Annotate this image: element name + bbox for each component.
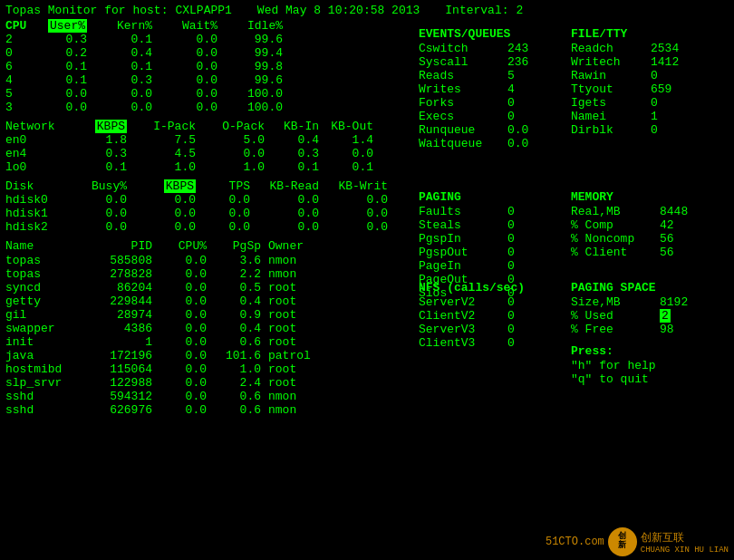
proc-pgsp: 1.0 — [214, 362, 268, 376]
proc-pid: 278828 — [87, 267, 159, 281]
net-col-kbin: KB-In — [270, 120, 324, 133]
disk-kbread: 0.0 — [256, 220, 324, 234]
proc-pgsp: 2.2 — [214, 267, 268, 281]
proc-cpu: 0.0 — [159, 308, 214, 322]
proc-cpu: 0.0 — [159, 390, 214, 403]
paging-space-item-value: 98 — [660, 323, 674, 336]
file-row: Writech 1412 — [571, 55, 734, 69]
nfs-item-value: 0 — [507, 323, 515, 336]
paging-space-item-name: Size,MB — [571, 295, 652, 309]
cpu-col-idle: Idle% — [223, 19, 288, 33]
paging-row: Faults 0 — [419, 205, 564, 218]
disk-tps: 0.0 — [201, 193, 256, 207]
header-datetime: Wed May 8 10:20:58 2013 — [257, 4, 420, 17]
proc-owner: root — [268, 322, 323, 335]
events-item-name: Forks — [419, 96, 500, 110]
memory-item-name: % Client — [571, 246, 652, 259]
process-row: sshd 594312 0.0 0.6 nmon — [5, 390, 729, 403]
file-item-value: 2534 — [651, 42, 679, 55]
disk-col-kbps: KBPS — [132, 179, 201, 193]
events-item-value: 236 — [507, 55, 528, 69]
proc-name: sshd — [5, 403, 87, 417]
press-row: "q" to quit — [571, 372, 734, 386]
paging-row: Steals 0 — [419, 218, 564, 232]
cpu-id: 6 — [5, 60, 27, 73]
file-item-name: Writech — [571, 55, 643, 69]
paging-space-row: Size,MB 8192 — [571, 295, 734, 309]
file-row: Readch 2534 — [571, 42, 734, 55]
proc-name: slp_srvr — [5, 376, 87, 390]
disk-name: hdisk1 — [5, 207, 78, 220]
file-row: Dirblk 0 — [571, 123, 734, 137]
proc-owner: root — [268, 281, 323, 294]
proc-pid: 229844 — [87, 294, 159, 308]
paging-space-item-name: % Used — [571, 309, 652, 323]
proc-cpu: 0.0 — [159, 322, 214, 335]
cpu-kern-val: 0.4 — [92, 46, 158, 60]
cpu-user-val: 0.1 — [27, 73, 92, 87]
proc-cpu: 0.0 — [159, 254, 214, 267]
header-hostname: CXLPAPP1 — [175, 4, 231, 17]
disk-tps: 0.0 — [201, 220, 256, 234]
disk-name: hdisk2 — [5, 220, 78, 234]
watermark-site: 51CTO.com — [546, 536, 604, 548]
cpu-idle-val: 99.6 — [223, 33, 288, 46]
nfs-item-value: 0 — [507, 295, 515, 309]
net-kbps: 0.1 — [78, 160, 132, 174]
proc-name: getty — [5, 294, 87, 308]
net-col-kbps: KBPS — [78, 120, 132, 133]
nfs-row: ServerV2 0 — [419, 295, 564, 309]
cpu-idle-val: 99.6 — [223, 73, 288, 87]
disk-busy: 0.0 — [78, 220, 132, 234]
events-queues-panel: EVENTS/QUEUES Cswitch 243 Syscall 236 Re… — [419, 27, 564, 150]
press-panel: Press: "h" for help"q" to quit — [571, 344, 734, 386]
proc-name: topas — [5, 267, 87, 281]
proc-pid: 115064 — [87, 362, 159, 376]
watermark: 51CTO.com 创新 创新互联 CHUANG XIN HU LIAN — [546, 527, 729, 556]
memory-row: % Comp 42 — [571, 218, 734, 232]
net-col-ipack: I-Pack — [132, 120, 201, 133]
proc-cpu: 0.0 — [159, 362, 214, 376]
file-title: FILE/TTY — [571, 27, 734, 41]
memory-row: Real,MB 8448 — [571, 205, 734, 218]
disk-busy: 0.0 — [78, 193, 132, 207]
file-item-name: Igets — [571, 96, 643, 110]
nfs-row: ClientV2 0 — [419, 309, 564, 323]
events-item-value: 5 — [507, 69, 515, 82]
events-row: Writes 4 — [419, 82, 564, 96]
cpu-user-val: 0.3 — [27, 33, 92, 46]
cpu-user-val: 0.0 — [27, 87, 92, 101]
paging-space-panel: PAGING SPACE Size,MB 8192 % Used 2 % Fre… — [571, 281, 734, 336]
paging-item-name: Faults — [419, 205, 500, 218]
net-ipack: 4.5 — [132, 147, 201, 160]
paging-item-name: PageIn — [419, 259, 500, 273]
proc-owner: root — [268, 376, 323, 390]
cpu-id: 3 — [5, 101, 27, 114]
disk-kbps: 0.0 — [132, 207, 201, 220]
cpu-col-label: CPU — [5, 19, 27, 33]
proc-cpu: 0.0 — [159, 267, 214, 281]
proc-owner: root — [268, 362, 323, 376]
disk-kbwrit: 0.0 — [324, 193, 393, 207]
proc-pgsp: 0.9 — [214, 308, 268, 322]
cpu-wait-val: 0.0 — [158, 33, 223, 46]
file-rows: Readch 2534 Writech 1412 Rawin 0 Ttyout … — [571, 42, 734, 137]
proc-pid: 172196 — [87, 349, 159, 362]
net-ipack: 1.0 — [132, 160, 201, 174]
file-item-value: 0 — [651, 123, 658, 137]
proc-name: swapper — [5, 322, 87, 335]
cpu-kern-val: 0.3 — [92, 73, 158, 87]
events-item-name: Waitqueue — [419, 137, 500, 150]
memory-row: % Noncomp 56 — [571, 232, 734, 246]
proc-name: hostmibd — [5, 362, 87, 376]
memory-panel: MEMORY Real,MB 8448 % Comp 42 % Noncomp … — [571, 190, 734, 259]
cpu-id: 0 — [5, 46, 27, 60]
events-row: Execs 0 — [419, 110, 564, 123]
process-row: topas 278828 0.0 2.2 nmon — [5, 267, 729, 281]
disk-col-kbwrit: KB-Writ — [324, 179, 393, 193]
net-kbin: 0.1 — [270, 160, 324, 174]
events-row: Runqueue 0.0 — [419, 123, 564, 137]
memory-item-name: % Noncomp — [571, 232, 652, 246]
cpu-id: 5 — [5, 87, 27, 101]
disk-col-busy: Busy% — [78, 179, 132, 193]
